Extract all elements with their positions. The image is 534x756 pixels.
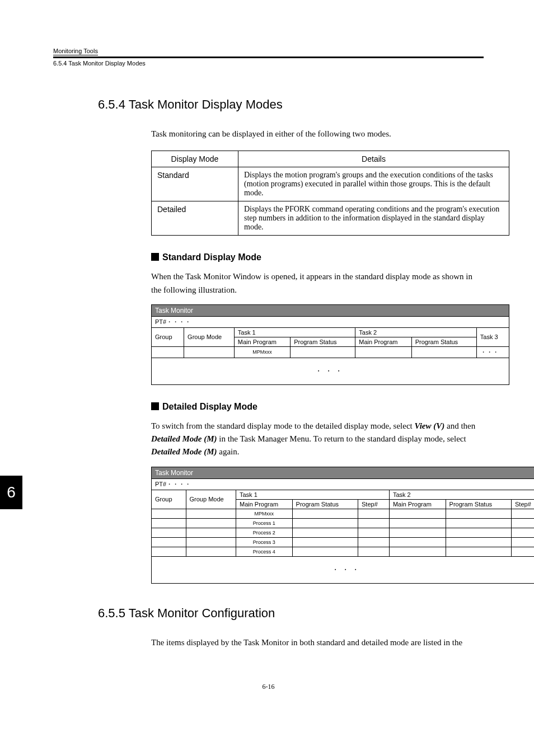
det-empty — [446, 537, 511, 547]
det-empty — [292, 509, 358, 518]
square-bullet-icon — [151, 402, 159, 410]
det-groupmode: Group Mode — [186, 490, 236, 509]
det-empty — [512, 537, 535, 547]
std-task2: Task 2 — [355, 327, 477, 337]
std-empty — [184, 346, 235, 358]
standard-mode-paragraph: When the Task Monitor Window is opened, … — [151, 270, 478, 297]
det-empty — [358, 528, 390, 537]
det-pt: PT#・・・・ — [152, 478, 535, 490]
det-empty — [186, 547, 236, 556]
det-empty — [186, 528, 236, 537]
running-header: Monitoring Tools — [53, 48, 484, 55]
det-para-pre: To switch from the standard display mode… — [151, 421, 415, 430]
std-dots-row: ・・・ — [152, 358, 509, 384]
det-empty — [358, 509, 390, 518]
detailed-mode-title: Detailed Display Mode — [162, 402, 257, 411]
det-empty — [389, 518, 446, 528]
det-empty — [389, 528, 446, 537]
det-empty — [186, 509, 236, 518]
detailed-task-monitor-table: Task Monitor PT#・・・・ Group Group Mode Ta… — [151, 467, 534, 584]
det-p3: Process 3 — [236, 537, 292, 547]
detailed-mode-paragraph: To switch from the standard display mode… — [151, 420, 478, 459]
det-end: again. — [217, 447, 239, 456]
dm-row0-mode: Standard — [152, 167, 238, 201]
det-empty — [292, 547, 358, 556]
det-dots-row: ・・・ — [152, 556, 535, 583]
det-empty — [446, 518, 511, 528]
dm-row1-details: Displays the PFORK command operating con… — [238, 201, 509, 236]
det-task2: Task 2 — [389, 490, 534, 499]
det-p2: Process 2 — [236, 528, 292, 537]
std-empty — [291, 346, 355, 358]
section-heading-654: 6.5.4 Task Monitor Display Modes — [98, 97, 484, 112]
det-mode1: Detailed Mode (M) — [151, 434, 217, 443]
std-t1-mp: Main Program — [234, 337, 290, 346]
det-empty — [446, 547, 511, 556]
det-empty — [512, 518, 535, 528]
det-group: Group — [152, 490, 186, 509]
std-task3-dots: ・・・ — [476, 346, 509, 358]
det-mid1: and then — [444, 421, 475, 430]
std-titlebar: Task Monitor — [152, 304, 509, 316]
standard-task-monitor-table: Task Monitor PT#・・・・ Group Group Mode Ta… — [151, 304, 509, 385]
std-pt: PT#・・・・ — [152, 316, 509, 327]
det-empty — [152, 537, 186, 547]
det-t1-mp: Main Program — [236, 499, 292, 509]
dm-head-mode: Display Mode — [152, 151, 238, 167]
page-number: 6-16 — [53, 683, 484, 691]
det-t1-ps: Program Status — [292, 499, 358, 509]
std-t2-ps: Program Status — [411, 337, 476, 346]
std-t2-mp: Main Program — [355, 337, 411, 346]
det-empty — [152, 547, 186, 556]
running-title: Monitoring Tools — [53, 48, 98, 55]
det-empty — [446, 528, 511, 537]
det-empty — [446, 509, 511, 518]
std-task1: Task 1 — [234, 327, 355, 337]
dm-head-details: Details — [238, 151, 509, 167]
std-mpm: MPMxxx — [234, 346, 290, 358]
detailed-mode-heading: Detailed Display Mode — [151, 402, 484, 412]
det-empty — [389, 547, 446, 556]
det-empty — [186, 537, 236, 547]
std-empty — [411, 346, 476, 358]
det-empty — [292, 537, 358, 547]
det-p4: Process 4 — [236, 547, 292, 556]
det-t2-step: Step# — [512, 499, 535, 509]
header-rule — [53, 57, 484, 58]
det-empty — [152, 518, 186, 528]
std-groupmode: Group Mode — [184, 327, 235, 346]
display-mode-table: Display Mode Details Standard Displays t… — [151, 151, 509, 236]
det-empty — [389, 537, 446, 547]
intro-paragraph: Task monitoring can be displayed in eith… — [151, 128, 478, 140]
det-empty — [292, 518, 358, 528]
section2-paragraph: The items displayed by the Task Monitor … — [151, 636, 478, 649]
det-task1: Task 1 — [236, 490, 389, 499]
det-empty — [389, 509, 446, 518]
dm-row0-details: Displays the motion program's groups and… — [238, 167, 509, 201]
header-sublabel: 6.5.4 Task Monitor Display Modes — [53, 60, 484, 67]
standard-mode-heading: Standard Display Mode — [151, 252, 484, 262]
det-empty — [186, 518, 236, 528]
det-view: View (V) — [415, 421, 445, 430]
dm-row1-mode: Detailed — [152, 201, 238, 236]
std-empty — [355, 346, 411, 358]
std-empty — [152, 346, 184, 358]
det-t2-ps: Program Status — [446, 499, 511, 509]
det-empty — [512, 509, 535, 518]
std-t1-ps: Program Status — [291, 337, 355, 346]
std-group: Group — [152, 327, 184, 346]
std-task3: Task 3 — [476, 327, 509, 346]
det-empty — [358, 547, 390, 556]
standard-mode-title: Standard Display Mode — [162, 252, 261, 262]
det-empty — [512, 528, 535, 537]
square-bullet-icon — [151, 253, 159, 261]
det-empty — [512, 547, 535, 556]
chapter-tab: 6 — [0, 476, 22, 509]
det-empty — [292, 528, 358, 537]
det-p1: Process 1 — [236, 518, 292, 528]
det-t2-mp: Main Program — [389, 499, 446, 509]
det-mid2: in the Task Manager Menu. To return to t… — [217, 434, 466, 443]
det-empty — [152, 528, 186, 537]
det-titlebar: Task Monitor — [152, 467, 535, 478]
det-t1-step: Step# — [358, 499, 390, 509]
